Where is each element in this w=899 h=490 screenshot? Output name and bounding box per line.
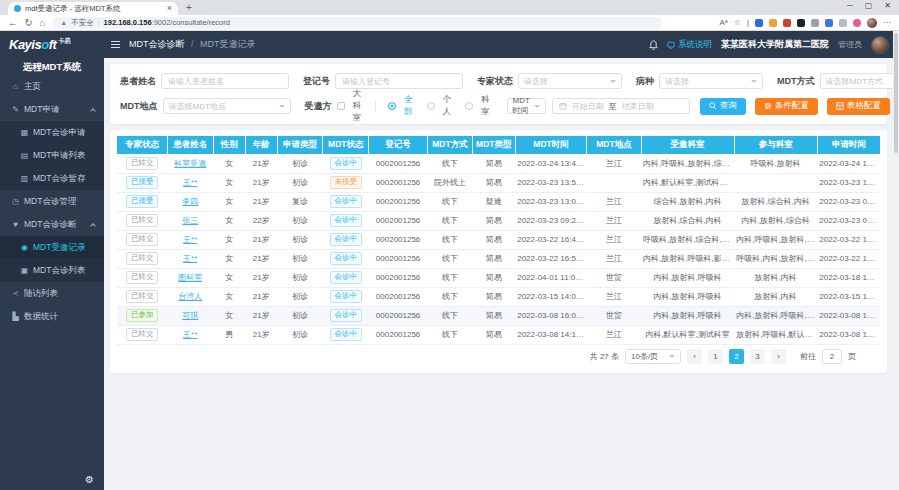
extension-icon[interactable] bbox=[755, 19, 763, 27]
address-bar[interactable]: ▲ 不安全 | 192.168.0.156:9002/consultate/re… bbox=[52, 17, 662, 29]
sidebar-item-diagnosis[interactable]: ♥MDT会诊诊断 bbox=[0, 213, 104, 236]
goto-page-input[interactable] bbox=[822, 349, 842, 364]
mdt-status-cell: 会诊中 bbox=[323, 306, 369, 325]
expert-status-badge: 已接受 bbox=[126, 195, 158, 208]
table-config-button[interactable]: 表格配置 bbox=[827, 98, 890, 115]
next-page-button[interactable]: › bbox=[771, 349, 786, 364]
browser-profile-avatar[interactable] bbox=[867, 18, 877, 28]
sidebar-item-share[interactable]: ≺随访列表 bbox=[0, 282, 104, 305]
page-button-3[interactable]: 3 bbox=[750, 349, 765, 364]
gender-cell: 女 bbox=[213, 287, 245, 306]
extension-icon[interactable] bbox=[797, 19, 805, 27]
patient-name-link[interactable]: 李四 bbox=[182, 197, 198, 206]
new-tab-button[interactable]: + bbox=[186, 3, 192, 13]
shield-icon: ▣ bbox=[20, 266, 29, 275]
user-role[interactable]: 管理员 bbox=[838, 39, 862, 50]
date-range-picker[interactable]: 开始日期 至 结束日期 bbox=[552, 98, 690, 114]
dept-checkbox-label[interactable]: 大科室 bbox=[353, 88, 362, 124]
radio-personal[interactable] bbox=[427, 102, 435, 110]
radio-dept[interactable] bbox=[465, 102, 473, 110]
radio-personal-label[interactable]: 个人 bbox=[443, 94, 452, 118]
home-icon[interactable]: ⌂ bbox=[39, 18, 45, 28]
browser-tab[interactable]: mdt受邀记录 - 远程MDT系统 × bbox=[8, 2, 178, 15]
extension-icon[interactable] bbox=[825, 19, 833, 27]
extension-icon[interactable] bbox=[769, 19, 777, 27]
page-button-1[interactable]: 1 bbox=[708, 349, 723, 364]
extension-icon[interactable] bbox=[811, 19, 819, 27]
sidebar-item-clock[interactable]: ◷MDT会诊管理 bbox=[0, 190, 104, 213]
reg-no-cell: 0002001256 bbox=[369, 192, 428, 211]
invited-depts-cell: 内科,放射科,呼吸科 bbox=[641, 287, 734, 306]
window-close-button[interactable]: ✕ bbox=[884, 2, 891, 10]
mdt-type-cell: 疑难 bbox=[472, 192, 515, 211]
mdt-mode-select[interactable]: 请选择MDT方式 bbox=[820, 73, 899, 89]
patient-name-link[interactable]: 科室受邀 bbox=[174, 159, 206, 168]
patient-name-link[interactable]: 图科室 bbox=[178, 273, 202, 282]
page-size-select[interactable]: 10条/页 bbox=[625, 349, 681, 364]
scrollbar-thumb[interactable] bbox=[894, 33, 898, 153]
sidebar-item-shield[interactable]: ▣MDT会诊列表 bbox=[0, 259, 104, 282]
bell-icon[interactable] bbox=[649, 40, 658, 50]
disease-select[interactable]: 请选择 bbox=[659, 73, 763, 89]
sidebar-item-record[interactable]: ◉MDT受邀记录 bbox=[0, 236, 104, 259]
reg-no-cell: 0002001256 bbox=[369, 249, 428, 268]
window-maximize-button[interactable]: ▢ bbox=[865, 2, 873, 10]
sidebar-item-edit[interactable]: ✎MDT申请 bbox=[0, 98, 104, 121]
mdt-type-cell: 简易 bbox=[472, 173, 515, 192]
radio-dept-label[interactable]: 科室 bbox=[481, 94, 490, 118]
scrollbar[interactable] bbox=[893, 31, 899, 490]
extension-icon[interactable] bbox=[839, 19, 847, 27]
back-icon[interactable]: ← bbox=[8, 18, 18, 28]
chevron-down-icon bbox=[669, 355, 675, 358]
user-avatar[interactable] bbox=[871, 36, 889, 54]
invited-depts-cell: 综合科,放射科,内科 bbox=[641, 192, 734, 211]
patient-name-link[interactable]: 台湾人 bbox=[178, 292, 202, 301]
reload-icon[interactable]: ↻ bbox=[25, 18, 33, 28]
table-row: 已参加可琪女21岁初诊会诊中0002001256线下简易2022-03-08 1… bbox=[117, 306, 880, 325]
gear-icon[interactable]: ⚙ bbox=[85, 474, 94, 485]
expert-status-cell: 已接受 bbox=[117, 173, 167, 192]
mdt-place-select[interactable]: 请选择MDT地点 bbox=[163, 98, 291, 114]
record-icon: ◉ bbox=[20, 243, 29, 252]
mdt-status-cell: 会诊中 bbox=[323, 325, 369, 344]
sidebar-item-label: 数据统计 bbox=[24, 311, 58, 323]
sidebar-toggle-icon[interactable] bbox=[111, 41, 120, 48]
page-button-2[interactable]: 2 bbox=[729, 349, 744, 364]
mdt-type-cell: 简易 bbox=[472, 287, 515, 306]
radio-all[interactable] bbox=[388, 102, 396, 110]
mdt-type-cell: 简易 bbox=[472, 211, 515, 230]
radio-all-label[interactable]: 全部 bbox=[404, 94, 413, 118]
patient-name-input[interactable] bbox=[161, 73, 289, 89]
condition-config-button[interactable]: 条件配置 bbox=[755, 98, 818, 115]
time-type-select[interactable]: MDT时间 bbox=[507, 98, 546, 114]
window-minimize-button[interactable]: ─ bbox=[847, 2, 853, 10]
patient-name-cell: 李四 bbox=[167, 192, 213, 211]
read-aloud-icon[interactable]: Aᵃ bbox=[719, 18, 727, 27]
search-button[interactable]: 查询 bbox=[700, 98, 746, 115]
patient-name-link[interactable]: 王** bbox=[183, 330, 197, 339]
browser-menu-icon[interactable]: ⋯ bbox=[883, 18, 891, 27]
expert-status-select[interactable]: 请选择 bbox=[518, 73, 622, 89]
sidebar-item-chart[interactable]: ▙数据统计 bbox=[0, 305, 104, 328]
sidebar-item-form[interactable]: ▦MDT会诊申请 bbox=[0, 121, 104, 144]
system-doc-link[interactable]: 系统说明 bbox=[667, 39, 712, 51]
extension-icon[interactable] bbox=[783, 19, 791, 27]
patient-name-link[interactable]: 王** bbox=[183, 235, 197, 244]
patient-name-link[interactable]: 张三 bbox=[182, 216, 198, 225]
mdt-time-cell: 2022-03-23 13:00:00 bbox=[515, 192, 587, 211]
sidebar-item-list[interactable]: ▤MDT申请列表 bbox=[0, 144, 104, 167]
dept-checkbox[interactable] bbox=[337, 102, 345, 110]
breadcrumb-root[interactable]: MDT会诊诊断 bbox=[129, 39, 185, 49]
extension-icon[interactable] bbox=[853, 19, 861, 27]
patient-name-link[interactable]: 可琪 bbox=[182, 311, 198, 320]
sidebar-item-draft[interactable]: ▥MDT会诊暂存 bbox=[0, 167, 104, 190]
favorites-star-icon[interactable]: ☆ bbox=[734, 18, 741, 27]
tab-close-icon[interactable]: × bbox=[167, 4, 172, 13]
sidebar-item-home[interactable]: ⌂主页 bbox=[0, 75, 104, 98]
mdt-place-cell: 世贸 bbox=[587, 306, 641, 325]
regno-input[interactable] bbox=[335, 73, 463, 89]
patient-name-link[interactable]: 王** bbox=[183, 254, 197, 263]
prev-page-button[interactable]: ‹ bbox=[687, 349, 702, 364]
apply-type-cell: 初诊 bbox=[277, 173, 323, 192]
patient-name-link[interactable]: 王** bbox=[183, 178, 197, 187]
